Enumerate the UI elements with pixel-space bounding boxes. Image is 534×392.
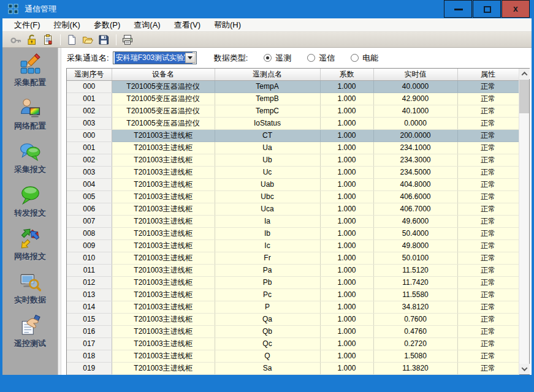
toolbar-button-save[interactable] [96,33,111,47]
sidebar-item-remote-test[interactable]: 遥控测试 [2,314,58,358]
column-header-seq[interactable]: 遥测序号 [67,69,112,80]
cell-seq: 019 [67,362,112,374]
cell-seq: 012 [67,276,112,288]
table-row[interactable]: 005T201003主进线柜Ubc1.000406.6000正常 [67,190,519,203]
channel-dropdown-button[interactable] [185,53,196,63]
scroll-up-button[interactable] [519,69,530,79]
table-row[interactable]: 012T201003主进线柜Pb1.00011.7420正常 [67,276,519,288]
table-row[interactable]: 008T201003主进线柜Ib1.00050.4000正常 [67,227,519,239]
radio-telemetry[interactable]: 遥测 [264,53,291,64]
table-row[interactable]: 002T201005变压器温控仪TempC1.00040.1000正常 [67,105,519,117]
table-row[interactable]: 015T201003主进线柜Qa1.0000.7600正常 [67,313,519,325]
column-header-value[interactable]: 实时值 [373,69,457,80]
maximize-button[interactable] [473,0,501,18]
cell-value: 234.3000 [373,154,457,166]
remote-test-icon [19,314,41,336]
sidebar-item-collect-message[interactable]: 采集报文 [2,140,58,184]
save-icon [97,34,110,46]
cell-coef: 1.000 [320,350,373,362]
app-window: 通信管理 x 文件(F) 控制(K) 参数(P) 查询(A) 查看(V) 帮助(… [0,0,534,392]
cell-value: 234.1000 [373,141,457,154]
toolbar-button-print[interactable] [120,33,135,47]
sidebar-item-realtime-data[interactable]: 实时数据 [2,271,58,314]
cell-value: 0.2720 [373,337,457,350]
cell-coef: 1.000 [320,227,373,239]
radio-label: 遥测 [275,53,291,64]
table-row[interactable]: 003T201005变压器温控仪IoStatus1.0000.0000正常 [67,117,519,129]
cell-point: Q [215,350,320,362]
menu-file[interactable]: 文件(F) [7,18,47,31]
table-body: 000T201005变压器温控仪TempA1.00040.0000正常001T2… [67,80,519,374]
cell-status: 正常 [457,80,519,92]
sidebar-item-forward-message[interactable]: 转发报文 [2,184,58,227]
sidebar-item-collect-config[interactable]: 采集配置 [2,53,58,97]
vertical-scrollbar[interactable] [519,69,529,374]
toolbar-button-new[interactable] [64,33,79,47]
table-row[interactable]: 013T201003主进线柜Pc1.00011.5580正常 [67,288,519,301]
table-row[interactable]: 006T201003主进线柜Uca1.000406.7000正常 [67,203,519,215]
table-row[interactable]: 003T201003主进线柜Uc1.000234.5000正常 [67,166,519,178]
table-row[interactable]: 002T201003主进线柜Ub1.000234.3000正常 [67,154,519,166]
toolbar-button-open[interactable] [80,33,95,47]
cell-seq: 015 [67,313,112,325]
cell-coef: 1.000 [320,215,373,227]
close-button[interactable]: x [502,0,530,18]
cell-point: Ubc [215,190,320,203]
toolbar-button-register[interactable] [40,33,55,47]
cell-point: P [215,301,320,313]
sidebar-item-network-config[interactable]: 网络配置 [2,97,58,140]
table-row[interactable]: 001T201003主进线柜Ua1.000234.1000正常 [67,141,519,154]
table-row[interactable]: 010T201003主进线柜Fr1.00050.0100正常 [67,252,519,264]
scrollbar-thumb[interactable] [519,80,529,113]
toolbar-separator [60,34,61,45]
cell-device: T201003主进线柜 [112,203,215,215]
menu-help[interactable]: 帮助(H) [207,18,248,31]
column-header-point[interactable]: 遥测点名 [215,69,320,80]
menu-params[interactable]: 参数(P) [87,18,127,31]
menu-control[interactable]: 控制(K) [47,18,87,31]
table-row[interactable]: 011T201003主进线柜Pa1.00011.5120正常 [67,264,519,276]
column-header-device[interactable]: 设备名 [112,69,215,80]
table-row[interactable]: 007T201003主进线柜Ia1.00049.6000正常 [67,215,519,227]
radio-circle-icon [351,54,359,62]
cell-coef: 1.000 [320,239,373,252]
cell-seq: 001 [67,92,112,105]
toolbar-button-unlock[interactable] [25,33,39,47]
channel-combobox[interactable]: 安科瑞F303测试实验室 [113,51,197,64]
table-row[interactable]: 017T201003主进线柜Qc1.0000.2720正常 [67,337,519,350]
table-row[interactable]: 009T201003主进线柜Ic1.00049.8000正常 [67,239,519,252]
table-row[interactable]: 000T201003主进线柜CT1.000200.0000正常 [67,129,519,141]
cell-status: 正常 [457,190,519,203]
table-row[interactable]: 001T201005变压器温控仪TempB1.00042.9000正常 [67,92,519,105]
table-row[interactable]: 014T201003主进线柜P1.00034.8120正常 [67,301,519,313]
radio-telesignal[interactable]: 遥信 [307,53,335,64]
cell-seq: 002 [67,154,112,166]
cell-coef: 1.000 [320,276,373,288]
minimize-button[interactable] [444,0,472,18]
cell-device: T201003主进线柜 [112,129,215,141]
datatype-radio-group: 遥测 遥信 电能 [248,53,378,64]
chevron-down-icon [188,56,193,59]
menu-query[interactable]: 查询(A) [127,18,167,31]
column-header-status[interactable]: 属性 [457,69,519,80]
table-row[interactable]: 000T201005变压器温控仪TempA1.00040.0000正常 [67,80,519,92]
sidebar-item-network-message[interactable]: 网络报文 [2,227,58,271]
chevron-down-icon [522,365,528,371]
table-row[interactable]: 018T201003主进线柜Q1.0001.5080正常 [67,350,519,362]
cell-status: 正常 [457,362,519,374]
unlock-icon [26,34,38,46]
table-row[interactable]: 004T201003主进线柜Uab1.000404.8000正常 [67,178,519,190]
maximize-icon [484,6,491,13]
cell-value: 406.6000 [373,190,457,203]
cell-device: T201003主进线柜 [112,313,215,325]
cell-point: IoStatus [215,117,320,129]
column-header-coef[interactable]: 系数 [320,69,373,80]
toolbar-button-key[interactable] [9,33,23,47]
radio-energy[interactable]: 电能 [351,53,378,64]
menu-view[interactable]: 查看(V) [167,18,207,31]
table-row[interactable]: 019T201003主进线柜Sa1.00011.3820正常 [67,362,519,374]
table-row[interactable]: 016T201003主进线柜Qb1.0000.4760正常 [67,325,519,337]
cell-coef: 1.000 [320,178,373,190]
scroll-down-button[interactable] [519,364,530,374]
cell-device: T201003主进线柜 [112,264,215,276]
